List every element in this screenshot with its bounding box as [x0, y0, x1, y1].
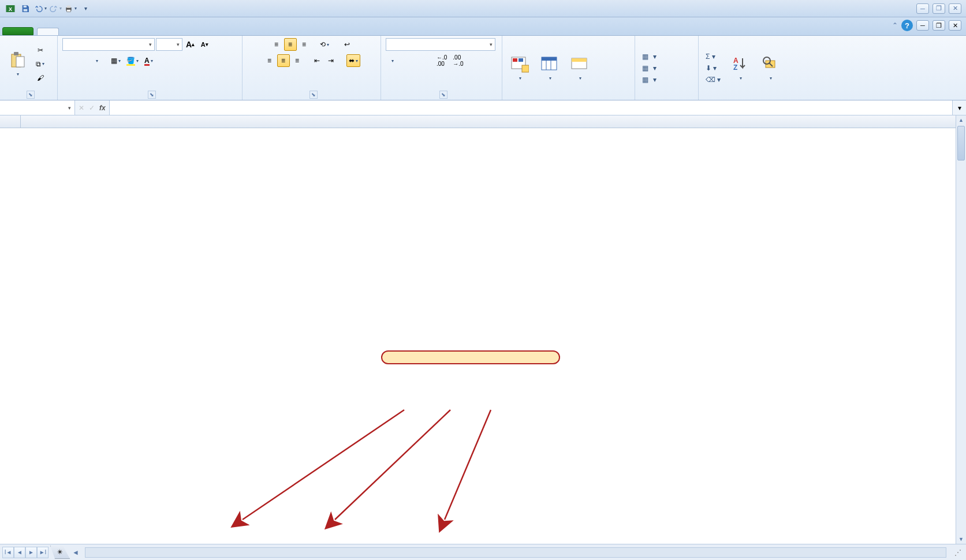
font-dialog-launcher[interactable]: ⬊	[148, 91, 156, 99]
cut-icon[interactable]: ✂	[33, 44, 47, 57]
italic-button[interactable]	[76, 54, 89, 67]
align-middle-icon[interactable]: ≡	[284, 38, 297, 51]
quick-access-toolbar: X ▾ ▾ ▾ ▾	[0, 2, 96, 16]
shrink-font-icon[interactable]: A▾	[198, 38, 211, 51]
paste-button[interactable]: ▾	[5, 50, 30, 78]
workbook-minimize-button[interactable]: ─	[916, 20, 929, 31]
ribbon: ▾ ✂ ⧉▾ 🖌 ⬊ ▾ ▾ A▴ A▾ ▾ ▦▾ 🪣▾	[0, 36, 966, 100]
next-sheet-icon[interactable]: ►	[25, 547, 37, 558]
increase-decimal-icon[interactable]: ←.0.00	[434, 54, 449, 67]
restore-button[interactable]: ❐	[933, 3, 945, 14]
sort-filter-button[interactable]: AZ▾	[728, 54, 753, 82]
bold-button[interactable]	[62, 54, 75, 67]
qat-customize-icon[interactable]: ▾	[79, 2, 92, 16]
svg-rect-8	[14, 52, 18, 55]
number-dialog-launcher[interactable]: ⬊	[439, 91, 447, 99]
decrease-indent-icon[interactable]: ⇤	[311, 54, 323, 67]
select-all-corner[interactable]	[0, 115, 21, 128]
merge-center-icon[interactable]: ⬌▾	[346, 54, 360, 67]
find-select-button[interactable]: ▾	[758, 54, 783, 82]
comma-format-icon[interactable]	[413, 54, 426, 67]
decrease-decimal-icon[interactable]: .00→.0	[450, 54, 465, 67]
ribbon-tabs: ⌃ ? ─ ❐ ✕	[0, 17, 966, 36]
currency-format-icon[interactable]: ▾	[386, 54, 398, 67]
tab-review[interactable]	[142, 28, 163, 35]
conditional-formatting-button[interactable]: ▾	[507, 54, 532, 82]
align-left-icon[interactable]: ≡	[263, 54, 276, 67]
expand-formula-bar-icon[interactable]: ▾	[952, 100, 966, 115]
svg-text:Z: Z	[733, 64, 737, 72]
alignment-dialog-launcher[interactable]: ⬊	[309, 91, 318, 99]
fx-icon[interactable]: fx	[99, 104, 106, 112]
svg-rect-2	[24, 5, 27, 7]
scroll-thumb[interactable]	[957, 126, 965, 160]
annotation-callout	[381, 350, 560, 364]
align-right-icon[interactable]: ≡	[291, 54, 304, 67]
enter-formula-icon[interactable]: ✓	[89, 104, 95, 112]
tab-insert[interactable]	[59, 28, 80, 35]
cancel-formula-icon[interactable]: ✕	[79, 104, 84, 112]
grow-font-icon[interactable]: A▴	[184, 38, 197, 51]
svg-line-26	[335, 410, 450, 520]
horizontal-scrollbar[interactable]	[85, 547, 946, 558]
help-icon[interactable]: ?	[901, 20, 913, 31]
name-box[interactable]: ▾	[0, 100, 75, 115]
font-color-button[interactable]: A▾	[142, 54, 155, 67]
increase-indent-icon[interactable]: ⇥	[325, 54, 337, 67]
tab-view[interactable]	[163, 28, 184, 35]
clear-button[interactable]: ⌫ ▾	[703, 75, 723, 84]
borders-button[interactable]: ▦▾	[109, 54, 123, 67]
first-sheet-icon[interactable]: I◄	[2, 547, 14, 558]
percent-format-icon[interactable]	[400, 54, 412, 67]
last-sheet-icon[interactable]: ►I	[37, 547, 49, 558]
delete-cells-button[interactable]: ▦ ▾	[640, 64, 659, 73]
fill-button[interactable]: ⬇ ▾	[703, 64, 723, 73]
undo-icon[interactable]: ▾	[33, 2, 47, 16]
minimize-button[interactable]: ─	[916, 3, 929, 14]
align-top-icon[interactable]: ≡	[270, 38, 283, 51]
align-bottom-icon[interactable]: ≡	[298, 38, 311, 51]
close-button[interactable]: ✕	[949, 3, 961, 14]
svg-rect-11	[513, 58, 517, 62]
tab-page-layout[interactable]	[80, 28, 100, 35]
tab-home[interactable]	[37, 28, 59, 35]
format-cells-button[interactable]: ▦ ▾	[640, 75, 659, 84]
vertical-scrollbar[interactable]: ▲ ▼	[956, 115, 966, 544]
autosum-button[interactable]: Σ ▾	[703, 52, 723, 61]
tab-data[interactable]	[121, 28, 142, 35]
new-sheet-icon[interactable]: ✴	[50, 546, 70, 559]
tab-formulas[interactable]	[100, 28, 121, 35]
format-painter-icon[interactable]: 🖌	[33, 72, 47, 84]
cell-styles-button[interactable]: ▾	[567, 54, 592, 82]
save-icon[interactable]	[18, 2, 32, 16]
number-format-combo[interactable]: ▾	[386, 38, 495, 51]
font-size-combo[interactable]: ▾	[156, 38, 182, 51]
align-center-icon[interactable]: ≡	[277, 54, 290, 67]
workbook-close-button[interactable]: ✕	[949, 20, 961, 31]
svg-rect-3	[24, 9, 28, 11]
clipboard-dialog-launcher[interactable]: ⬊	[27, 91, 35, 99]
orientation-icon[interactable]: ⟲▾	[318, 38, 331, 51]
svg-rect-15	[542, 57, 557, 61]
excel-icon[interactable]: X	[3, 2, 17, 16]
prev-sheet-icon[interactable]: ◄	[14, 547, 25, 558]
fill-color-button[interactable]: 🪣▾	[124, 54, 141, 67]
wrap-text-icon[interactable]: ↩	[341, 38, 353, 51]
redo-icon[interactable]: ▾	[49, 2, 62, 16]
resize-grip-icon[interactable]: ⋰	[950, 548, 966, 557]
scroll-down-icon[interactable]: ▼	[956, 535, 966, 544]
font-name-combo[interactable]: ▾	[62, 38, 155, 51]
format-as-table-button[interactable]: ▾	[537, 54, 562, 82]
scroll-up-icon[interactable]: ▲	[956, 115, 966, 125]
workbook-restore-button[interactable]: ❐	[933, 20, 945, 31]
svg-rect-9	[16, 57, 24, 67]
print-icon[interactable]: ▾	[64, 2, 77, 16]
tab-scroll-right-icon[interactable]: ◄	[70, 548, 81, 557]
tab-file[interactable]	[2, 27, 33, 35]
minimize-ribbon-icon[interactable]: ⌃	[892, 21, 898, 29]
copy-icon[interactable]: ⧉▾	[33, 58, 47, 70]
insert-cells-button[interactable]: ▦ ▾	[640, 52, 659, 61]
name-box-input[interactable]	[0, 103, 65, 112]
formula-input[interactable]	[109, 100, 952, 115]
underline-button[interactable]: ▾	[90, 54, 103, 67]
